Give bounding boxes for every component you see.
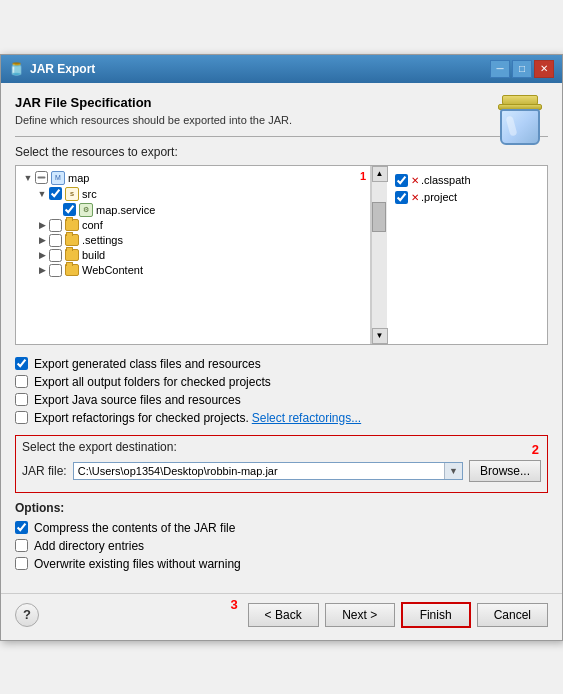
expand-settings[interactable]: ▶ [36, 234, 48, 246]
check-row-source: Export Java source files and resources [15, 391, 548, 409]
check-export-class-label: Export generated class files and resourc… [34, 357, 261, 371]
check-map[interactable] [35, 171, 48, 184]
tree-item-settings[interactable]: ▶ .settings [18, 233, 368, 248]
map-folder-icon: M [51, 171, 65, 185]
conf-folder-icon [65, 219, 79, 231]
scroll-down-btn[interactable]: ▼ [372, 328, 388, 344]
combo-dropdown-arrow[interactable]: ▼ [444, 463, 462, 479]
minimize-button[interactable]: ─ [490, 60, 510, 78]
check-row-add-dir: Add directory entries [15, 537, 548, 555]
select-refactorings-link[interactable]: Select refactorings... [252, 411, 361, 425]
check-webcontent[interactable] [49, 264, 62, 277]
check-project[interactable] [395, 191, 408, 204]
window-title-icon: 🫙 [9, 62, 24, 76]
right-pane-project[interactable]: ✕ .project [395, 189, 539, 206]
jar-file-input[interactable] [74, 463, 444, 479]
finish-button[interactable]: Finish [401, 602, 471, 628]
expand-webcontent[interactable]: ▶ [36, 264, 48, 276]
check-export-refactor[interactable] [15, 411, 28, 424]
destination-section: Select the export destination: 2 JAR fil… [15, 435, 548, 493]
check-conf[interactable] [49, 219, 62, 232]
project-label: .project [421, 191, 457, 203]
title-bar-left: 🫙 JAR Export [9, 62, 95, 76]
tree-item-map[interactable]: ▼ M map [18, 170, 368, 186]
cancel-button[interactable]: Cancel [477, 603, 548, 627]
tree-scrollbar[interactable]: ▲ ▼ [371, 166, 387, 344]
check-build[interactable] [49, 249, 62, 262]
back-button[interactable]: < Back [248, 603, 319, 627]
src-folder-icon: S [65, 187, 79, 201]
tree-item-map-service-label: map.service [96, 204, 155, 216]
webcontent-folder-icon [65, 264, 79, 276]
right-pane: ✕ .classpath ✕ .project [387, 166, 547, 344]
check-export-output-label: Export all output folders for checked pr… [34, 375, 271, 389]
tree-item-webcontent-label: WebContent [82, 264, 143, 276]
help-button[interactable]: ? [15, 603, 39, 627]
check-row-class: Export generated class files and resourc… [15, 355, 548, 373]
check-row-refactor: Export refactorings for checked projects… [15, 409, 548, 427]
expand-conf[interactable]: ▶ [36, 219, 48, 231]
check-compress[interactable] [15, 521, 28, 534]
section-number-2: 2 [532, 442, 539, 457]
export-options-area: Export generated class files and resourc… [15, 355, 548, 427]
scroll-up-btn[interactable]: ▲ [372, 166, 388, 182]
tree-item-settings-label: .settings [82, 234, 123, 246]
check-src[interactable] [49, 187, 62, 200]
resources-area: ▼ M map ▼ S src ▶ [15, 165, 548, 345]
tree-item-build[interactable]: ▶ build [18, 248, 368, 263]
jar-file-label: JAR file: [22, 464, 67, 478]
expand-src[interactable]: ▼ [36, 188, 48, 200]
tree-item-webcontent[interactable]: ▶ WebContent [18, 263, 368, 278]
close-button[interactable]: ✕ [534, 60, 554, 78]
check-add-dir-label: Add directory entries [34, 539, 144, 553]
tree-item-map-label: map [68, 172, 89, 184]
options-area: Options: Compress the contents of the JA… [15, 501, 548, 573]
jar-export-window: 🫙 JAR Export ─ □ ✕ JAR File Specificatio… [0, 54, 563, 641]
page-description: Define which resources should be exporte… [15, 114, 488, 126]
maximize-button[interactable]: □ [512, 60, 532, 78]
expand-map[interactable]: ▼ [22, 172, 34, 184]
destination-row: JAR file: ▼ Browse... [22, 460, 541, 482]
scroll-thumb[interactable] [372, 202, 386, 232]
check-settings[interactable] [49, 234, 62, 247]
tree-item-map-service[interactable]: ▶ ⚙ map.service [18, 202, 368, 218]
header-divider [15, 136, 548, 137]
check-classpath[interactable] [395, 174, 408, 187]
window-title: JAR Export [30, 62, 95, 76]
check-export-source[interactable] [15, 393, 28, 406]
title-bar-controls: ─ □ ✕ [490, 60, 554, 78]
check-export-output[interactable] [15, 375, 28, 388]
tree-item-conf[interactable]: ▶ conf [18, 218, 368, 233]
build-folder-icon [65, 249, 79, 261]
expand-build[interactable]: ▶ [36, 249, 48, 261]
bottom-buttons-bar: ? 3 < Back Next > Finish Cancel [1, 593, 562, 640]
tree-pane[interactable]: ▼ M map ▼ S src ▶ [16, 166, 371, 344]
check-export-source-label: Export Java source files and resources [34, 393, 241, 407]
page-title: JAR File Specification [15, 95, 488, 110]
tree-item-build-label: build [82, 249, 105, 261]
service-icon: ⚙ [79, 203, 93, 217]
check-map-service[interactable] [63, 203, 76, 216]
check-row-overwrite: Overwrite existing files without warning [15, 555, 548, 573]
check-row-compress: Compress the contents of the JAR file [15, 519, 548, 537]
check-export-class[interactable] [15, 357, 28, 370]
check-row-output: Export all output folders for checked pr… [15, 373, 548, 391]
check-add-dir[interactable] [15, 539, 28, 552]
jar-file-combo[interactable]: ▼ [73, 462, 463, 480]
right-pane-classpath[interactable]: ✕ .classpath [395, 172, 539, 189]
check-export-refactor-label: Export refactorings for checked projects… [34, 411, 249, 425]
classpath-label: .classpath [421, 174, 471, 186]
browse-button[interactable]: Browse... [469, 460, 541, 482]
section-number-1: 1 [360, 170, 366, 182]
options-label: Options: [15, 501, 548, 515]
check-overwrite[interactable] [15, 557, 28, 570]
check-compress-label: Compress the contents of the JAR file [34, 521, 235, 535]
tree-item-src[interactable]: ▼ S src [18, 186, 368, 202]
next-button[interactable]: Next > [325, 603, 395, 627]
title-bar: 🫙 JAR Export ─ □ ✕ [1, 55, 562, 83]
tree-item-conf-label: conf [82, 219, 103, 231]
section-number-3: 3 [230, 597, 237, 612]
settings-folder-icon [65, 234, 79, 246]
main-content: JAR File Specification Define which reso… [1, 83, 562, 585]
destination-section-label: Select the export destination: [22, 440, 177, 454]
